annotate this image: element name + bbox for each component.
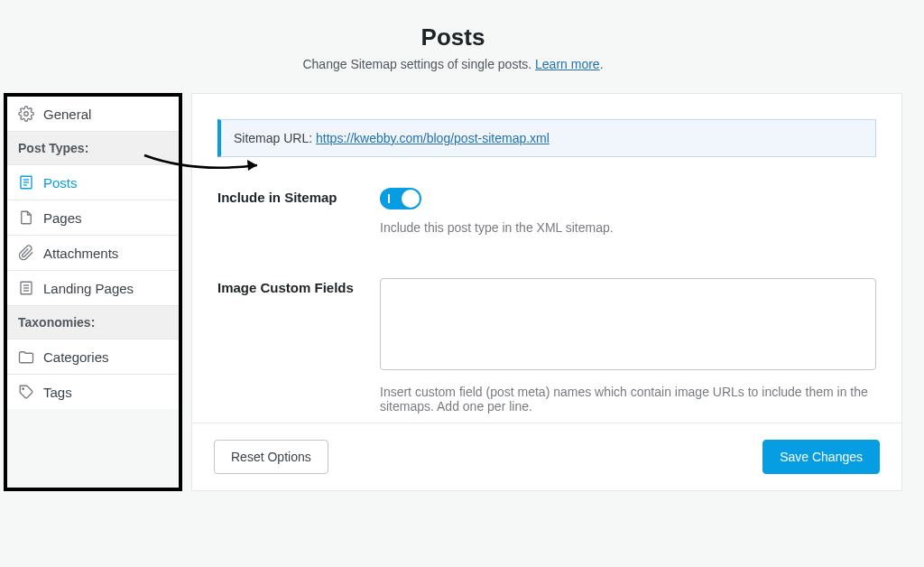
- page-title: Posts: [4, 23, 902, 51]
- include-help-text: Include this post type in the XML sitema…: [380, 220, 876, 235]
- include-in-sitemap-toggle[interactable]: [380, 188, 421, 209]
- image-custom-fields-input[interactable]: [380, 278, 876, 370]
- tag-icon: [18, 384, 34, 400]
- learn-more-link[interactable]: Learn more: [535, 57, 600, 71]
- sidebar-item-label: Tags: [43, 385, 72, 400]
- sidebar-item-landing-pages[interactable]: Landing Pages: [7, 271, 179, 306]
- sidebar-item-attachments[interactable]: Attachments: [7, 236, 179, 271]
- notice-label: Sitemap URL:: [234, 131, 316, 145]
- sidebar: General Post Types: Posts Pages Attac: [4, 93, 182, 491]
- page-icon: [18, 209, 34, 226]
- reset-button[interactable]: Reset Options: [214, 440, 328, 474]
- sidebar-item-label: Attachments: [43, 246, 118, 261]
- save-button[interactable]: Save Changes: [762, 440, 880, 474]
- image-custom-fields-label: Image Custom Fields: [217, 278, 380, 295]
- page-header: Posts Change Sitemap settings of single …: [4, 4, 902, 77]
- sidebar-section-taxonomies: Taxonomies:: [7, 306, 179, 339]
- sidebar-item-posts[interactable]: Posts: [7, 165, 179, 200]
- sidebar-item-categories[interactable]: Categories: [7, 339, 179, 375]
- document-icon: [18, 280, 34, 296]
- sidebar-item-label: Pages: [43, 210, 82, 226]
- image-custom-fields-help: Insert custom field (post meta) names wh…: [380, 385, 876, 414]
- page-subtitle: Change Sitemap settings of single posts.…: [4, 57, 902, 71]
- sidebar-item-label: Landing Pages: [43, 281, 134, 296]
- sidebar-item-label: General: [43, 107, 91, 122]
- folder-icon: [18, 349, 34, 365]
- sidebar-item-tags[interactable]: Tags: [7, 375, 179, 409]
- sidebar-item-label: Categories: [43, 349, 109, 365]
- sidebar-item-pages[interactable]: Pages: [7, 200, 179, 236]
- sidebar-section-post-types: Post Types:: [7, 132, 179, 165]
- content-panel: Sitemap URL: https://kwebby.com/blog/pos…: [191, 93, 902, 491]
- form-footer: Reset Options Save Changes: [192, 423, 901, 490]
- sitemap-url-notice: Sitemap URL: https://kwebby.com/blog/pos…: [217, 119, 876, 157]
- sitemap-url-link[interactable]: https://kwebby.com/blog/post-sitemap.xml: [316, 131, 550, 145]
- gear-icon: [18, 106, 34, 122]
- sidebar-item-label: Posts: [43, 175, 78, 191]
- paperclip-icon: [18, 245, 34, 261]
- svg-marker-10: [247, 160, 257, 171]
- svg-point-9: [23, 388, 24, 390]
- svg-point-0: [24, 112, 29, 116]
- include-in-sitemap-label: Include in Sitemap: [217, 188, 380, 205]
- post-icon: [18, 174, 34, 191]
- sidebar-item-general[interactable]: General: [7, 97, 179, 132]
